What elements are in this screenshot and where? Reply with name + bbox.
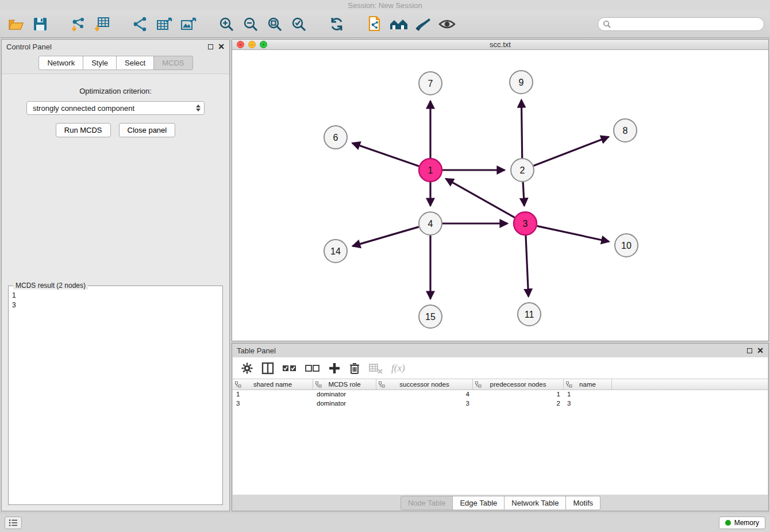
home-button[interactable] [388,14,409,34]
dropdown-selected-value: strongly connected component [33,104,196,113]
optimization-criterion-select[interactable]: strongly connected component [26,101,205,115]
show-column-panel-button[interactable] [261,362,274,375]
minimize-window-icon[interactable]: − [248,41,256,48]
save-session-button[interactable] [30,14,51,34]
table-row[interactable]: 3dominator323 [233,399,768,408]
table-row[interactable]: 1dominator411 [233,390,768,399]
import-document-button[interactable] [364,14,385,34]
column-header-shared-name[interactable]: shared name [233,379,313,390]
import-network-button[interactable] [68,14,88,34]
graph-node-1[interactable]: 1 [419,159,442,182]
graph-node-3[interactable]: 3 [514,212,537,235]
table-panel: Table Panel ✕ [232,343,769,511]
graph-node-7[interactable]: 7 [419,72,442,95]
mcds-result-line: 1 [12,291,219,300]
graph-node-14[interactable]: 14 [324,240,347,263]
column-header-name[interactable]: name [564,379,612,390]
graph-edge-2-3[interactable] [523,182,524,206]
save-icon [33,17,48,32]
delete-columns-button[interactable] [349,362,360,375]
graph-node-4[interactable]: 4 [419,212,442,235]
show-hide-button[interactable] [437,14,457,34]
list-icon [9,519,18,527]
tab-node-table[interactable]: Node Table [401,496,453,510]
close-icon[interactable]: ✕ [218,43,225,51]
close-panel-button[interactable]: Close panel [119,123,176,137]
column-type-icon [475,381,482,388]
tab-mcds[interactable]: MCDS [153,56,192,70]
graph-node-15[interactable]: 15 [419,305,442,328]
new-export-group [130,14,199,34]
zoom-fit-button[interactable] [264,14,285,34]
function-builder-button[interactable]: f(x) [391,363,405,374]
checked-boxes-icon [282,363,297,373]
column-type-icon [315,381,322,388]
table-panel-tabs: Node TableEdge TableNetwork TableMotifs [232,495,768,511]
tab-style[interactable]: Style [83,56,117,70]
select-all-columns-button[interactable] [282,363,297,373]
run-mcds-button[interactable]: Run MCDS [56,123,111,137]
close-icon[interactable]: ✕ [757,346,764,354]
mcds-result-list[interactable]: 13 [9,286,222,315]
column-header-mcds-role[interactable]: MCDS role [313,379,376,390]
control-panel-title: Control Panel [6,43,208,51]
delete-table-button[interactable] [368,363,383,374]
graph-edge-4-14[interactable] [353,227,419,246]
zoom-window-icon[interactable]: + [260,41,267,48]
window-title: Session: New Session [348,1,422,10]
table-cell: 4 [376,390,473,399]
graph-node-2[interactable]: 2 [511,159,534,182]
export-table-button[interactable] [154,14,175,34]
memory-button[interactable]: Memory [719,516,765,529]
zoom-selected-button[interactable] [288,14,309,34]
network-window-titlebar: scc.txt × − + [232,40,768,50]
maximize-icon[interactable] [208,44,213,49]
tab-network[interactable]: Network [38,56,83,70]
mcds-result-title: MCDS result (2 nodes) [13,282,88,290]
create-column-button[interactable] [328,362,341,375]
zoom-selected-icon [291,16,307,32]
network-graph: 7968124314101511 [232,50,767,338]
tab-network-table[interactable]: Network Table [504,496,566,510]
network-canvas[interactable]: 7968124314101511 [232,50,768,341]
export-image-button[interactable] [178,14,199,34]
graph-node-9[interactable]: 9 [510,71,533,94]
status-bar: Memory [0,514,770,532]
open-file-button[interactable] [6,14,26,34]
column-header-predecessor-nodes[interactable]: predecessor nodes [473,379,564,390]
import-table-button[interactable] [92,14,113,34]
graph-edge-3-10[interactable] [537,226,609,241]
graph-edge-1-6[interactable] [352,143,419,166]
graph-edge-3-11[interactable] [526,236,529,296]
close-window-icon[interactable]: × [237,41,244,48]
houses-icon [389,17,409,32]
graph-edge-2-8[interactable] [534,137,609,165]
table-cell: 1 [564,390,612,399]
table-panel-title: Table Panel [237,346,747,355]
tab-motifs[interactable]: Motifs [565,496,600,510]
apply-style-button[interactable] [413,14,433,34]
column-header-label: shared name [253,381,292,388]
graph-edge-3-1[interactable] [446,179,515,217]
search-area [598,17,764,31]
task-history-button[interactable] [5,516,22,529]
graph-node-10[interactable]: 10 [615,234,638,257]
graph-edge-2-9[interactable] [521,100,522,158]
graph-node-6[interactable]: 6 [324,126,347,149]
graph-node-11[interactable]: 11 [518,303,541,326]
new-network-button[interactable] [130,14,151,34]
network-view-window: scc.txt × − + 7 [232,39,769,341]
search-input[interactable] [614,20,759,28]
graph-node-8[interactable]: 8 [614,119,637,142]
trash-icon [349,362,360,375]
zoom-in-button[interactable] [216,14,237,34]
column-header-successor-nodes[interactable]: successor nodes [376,379,473,390]
zoom-out-button[interactable] [240,14,261,34]
maximize-icon[interactable] [747,348,752,353]
table-settings-button[interactable] [241,362,253,375]
tab-select[interactable]: Select [116,56,154,70]
unselect-all-columns-button[interactable] [305,363,320,373]
grid-delete-icon [368,363,383,374]
tab-edge-table[interactable]: Edge Table [452,496,505,510]
refresh-view-button[interactable] [326,14,347,34]
